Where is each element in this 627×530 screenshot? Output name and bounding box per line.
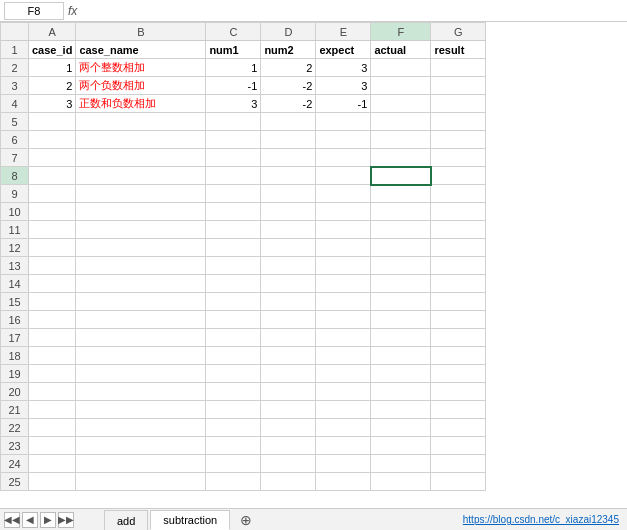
cell-r12-c3[interactable] [261,239,316,257]
cell-r3-c2[interactable]: -1 [206,77,261,95]
cell-r11-c0[interactable] [29,221,76,239]
cell-r18-c3[interactable] [261,347,316,365]
cell-r3-c6[interactable] [431,77,486,95]
row-header-4[interactable]: 4 [1,95,29,113]
cell-r4-c4[interactable]: -1 [316,95,371,113]
row-header-2[interactable]: 2 [1,59,29,77]
cell-r14-c3[interactable] [261,275,316,293]
cell-r19-c4[interactable] [316,365,371,383]
cell-r21-c5[interactable] [371,401,431,419]
cell-r15-c6[interactable] [431,293,486,311]
cell-r23-c3[interactable] [261,437,316,455]
cell-r6-c0[interactable] [29,131,76,149]
cell-r8-c2[interactable] [206,167,261,185]
row-header-17[interactable]: 17 [1,329,29,347]
cell-r17-c3[interactable] [261,329,316,347]
row-header-21[interactable]: 21 [1,401,29,419]
cell-r14-c6[interactable] [431,275,486,293]
cell-r23-c0[interactable] [29,437,76,455]
cell-r20-c5[interactable] [371,383,431,401]
cell-r17-c1[interactable] [76,329,206,347]
cell-r5-c4[interactable] [316,113,371,131]
cell-r21-c2[interactable] [206,401,261,419]
cell-r1-c2[interactable]: num1 [206,41,261,59]
cell-r15-c2[interactable] [206,293,261,311]
cell-r6-c6[interactable] [431,131,486,149]
cell-r9-c5[interactable] [371,185,431,203]
cell-r12-c4[interactable] [316,239,371,257]
cell-r11-c1[interactable] [76,221,206,239]
cell-r6-c1[interactable] [76,131,206,149]
cell-r17-c5[interactable] [371,329,431,347]
row-header-11[interactable]: 11 [1,221,29,239]
cell-r14-c2[interactable] [206,275,261,293]
cell-r2-c2[interactable]: 1 [206,59,261,77]
cell-r13-c2[interactable] [206,257,261,275]
cell-r7-c2[interactable] [206,149,261,167]
cell-r25-c3[interactable] [261,473,316,491]
cell-r5-c3[interactable] [261,113,316,131]
cell-r24-c2[interactable] [206,455,261,473]
cell-r3-c0[interactable]: 2 [29,77,76,95]
cell-r3-c5[interactable] [371,77,431,95]
cell-r22-c2[interactable] [206,419,261,437]
cell-r25-c0[interactable] [29,473,76,491]
cell-r25-c2[interactable] [206,473,261,491]
cell-r20-c1[interactable] [76,383,206,401]
cell-r21-c6[interactable] [431,401,486,419]
cell-r15-c5[interactable] [371,293,431,311]
cell-r12-c5[interactable] [371,239,431,257]
add-sheet-button[interactable]: ⊕ [236,510,256,530]
cell-r7-c3[interactable] [261,149,316,167]
row-header-24[interactable]: 24 [1,455,29,473]
cell-r20-c3[interactable] [261,383,316,401]
cell-r20-c0[interactable] [29,383,76,401]
cell-r13-c1[interactable] [76,257,206,275]
cell-r4-c3[interactable]: -2 [261,95,316,113]
cell-r10-c6[interactable] [431,203,486,221]
cell-r8-c4[interactable] [316,167,371,185]
cell-r14-c5[interactable] [371,275,431,293]
cell-r4-c2[interactable]: 3 [206,95,261,113]
cell-r13-c6[interactable] [431,257,486,275]
cell-r5-c0[interactable] [29,113,76,131]
cell-r12-c1[interactable] [76,239,206,257]
cell-r13-c4[interactable] [316,257,371,275]
cell-r15-c1[interactable] [76,293,206,311]
cell-r2-c4[interactable]: 3 [316,59,371,77]
row-header-10[interactable]: 10 [1,203,29,221]
cell-r4-c0[interactable]: 3 [29,95,76,113]
cell-r22-c6[interactable] [431,419,486,437]
cell-r25-c6[interactable] [431,473,486,491]
row-header-18[interactable]: 18 [1,347,29,365]
cell-r21-c3[interactable] [261,401,316,419]
cell-r24-c0[interactable] [29,455,76,473]
cell-r20-c2[interactable] [206,383,261,401]
cell-r12-c6[interactable] [431,239,486,257]
cell-r23-c2[interactable] [206,437,261,455]
row-header-19[interactable]: 19 [1,365,29,383]
cell-r18-c1[interactable] [76,347,206,365]
cell-r14-c4[interactable] [316,275,371,293]
cell-r11-c2[interactable] [206,221,261,239]
cell-r24-c5[interactable] [371,455,431,473]
cell-r8-c5[interactable] [371,167,431,185]
cell-r7-c4[interactable] [316,149,371,167]
cell-r16-c6[interactable] [431,311,486,329]
row-header-13[interactable]: 13 [1,257,29,275]
cell-r18-c2[interactable] [206,347,261,365]
cell-r25-c5[interactable] [371,473,431,491]
cell-r23-c5[interactable] [371,437,431,455]
cell-r4-c6[interactable] [431,95,486,113]
cell-r11-c4[interactable] [316,221,371,239]
sheet-tab-add[interactable]: add [104,510,148,530]
cell-r8-c6[interactable] [431,167,486,185]
cell-r6-c4[interactable] [316,131,371,149]
cell-r1-c3[interactable]: num2 [261,41,316,59]
cell-r19-c0[interactable] [29,365,76,383]
cell-r17-c2[interactable] [206,329,261,347]
cell-r10-c3[interactable] [261,203,316,221]
row-header-6[interactable]: 6 [1,131,29,149]
cell-r9-c1[interactable] [76,185,206,203]
cell-r14-c1[interactable] [76,275,206,293]
